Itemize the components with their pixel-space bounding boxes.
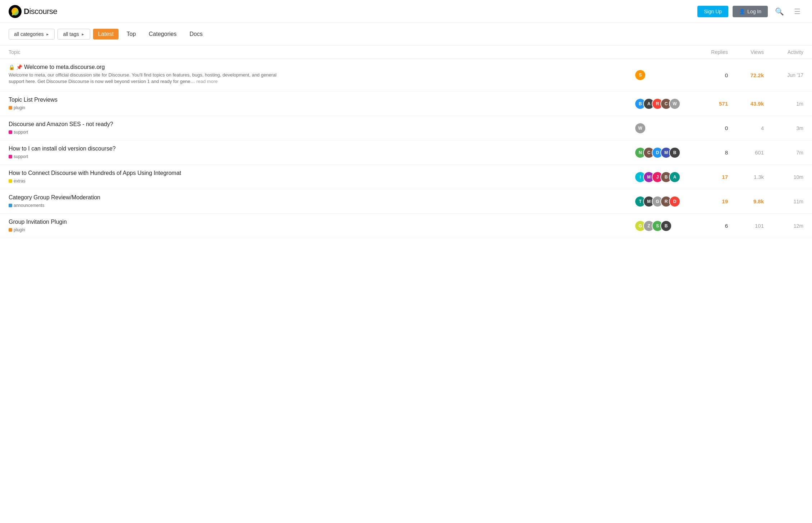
- avatar-stack: W: [635, 122, 643, 134]
- topic-title-link[interactable]: How to Connect Discourse with Hundreds o…: [9, 170, 635, 176]
- login-button[interactable]: 👤 Log In: [733, 6, 768, 17]
- topic-row: Discourse and Amazon SES - not ready? su…: [0, 116, 812, 140]
- avatar-stack: GZSB: [635, 220, 669, 232]
- views-count: 43.9k: [728, 101, 764, 107]
- replies-count: 6: [692, 223, 728, 229]
- tag-label: plugin: [14, 105, 25, 110]
- topic-info: Discourse and Amazon SES - not ready? su…: [9, 121, 635, 135]
- table-header: Topic Replies Views Activity: [0, 46, 812, 59]
- topic-info: Group Invitation Plugin plugin: [9, 219, 635, 233]
- search-icon: 🔍: [775, 8, 784, 15]
- topic-row: 🔒 📌 Welcome to meta.discourse.org Welcom…: [0, 59, 812, 92]
- replies-count: 17: [692, 174, 728, 180]
- avatar: A: [669, 171, 680, 183]
- activity-time: 10m: [764, 174, 803, 180]
- tag-dot: [9, 106, 12, 110]
- replies-count: 8: [692, 149, 728, 156]
- activity-time: 12m: [764, 223, 803, 229]
- topic-row: Group Invitation Plugin plugin GZSB 6 10…: [0, 214, 812, 238]
- topic-info: How to Connect Discourse with Hundreds o…: [9, 170, 635, 184]
- users-col: iMJBA: [635, 171, 692, 183]
- topic-info: Topic List Previews plugin: [9, 97, 635, 111]
- topic-info: How to I can install old version discour…: [9, 145, 635, 159]
- topic-tag: support: [9, 154, 28, 159]
- tag-dot: [9, 130, 12, 134]
- avatar: W: [635, 122, 646, 134]
- activity-time: Jun '17: [764, 72, 803, 78]
- avatar: W: [669, 98, 680, 110]
- views-count: 72.2k: [728, 72, 764, 78]
- tags-dropdown[interactable]: all tags ►: [57, 29, 90, 40]
- topic-info: Category Group Review/Moderation announc…: [9, 194, 635, 208]
- topics-list: 🔒 📌 Welcome to meta.discourse.org Welcom…: [0, 59, 812, 238]
- header-right: Sign Up 👤 Log In 🔍 ☰: [697, 6, 803, 17]
- topic-info: 🔒 📌 Welcome to meta.discourse.org Welcom…: [9, 64, 635, 86]
- search-button[interactable]: 🔍: [772, 6, 787, 17]
- views-count: 101: [728, 223, 764, 229]
- categories-label: all categories: [14, 31, 44, 37]
- topic-row: Category Group Review/Moderation announc…: [0, 189, 812, 214]
- topic-row: How to Connect Discourse with Hundreds o…: [0, 165, 812, 189]
- tag-label: support: [14, 154, 28, 159]
- read-more-link[interactable]: read more: [196, 79, 217, 84]
- users-col: NCDMB: [635, 147, 692, 158]
- tab-docs[interactable]: Docs: [184, 29, 207, 40]
- topic-title-link[interactable]: Category Group Review/Moderation: [9, 194, 635, 201]
- user-icon: 👤: [739, 9, 745, 14]
- activity-time: 3m: [764, 125, 803, 131]
- avatar: B: [669, 147, 680, 158]
- tab-top[interactable]: Top: [121, 29, 141, 40]
- users-col: TMGRD: [635, 196, 692, 207]
- topic-title-link[interactable]: Discourse and Amazon SES - not ready?: [9, 121, 635, 128]
- topic-title-link[interactable]: Topic List Previews: [9, 97, 635, 103]
- topic-tag: plugin: [9, 227, 25, 232]
- activity-time: 11m: [764, 199, 803, 204]
- hamburger-icon: ☰: [794, 8, 801, 15]
- activity-time: 7m: [764, 150, 803, 156]
- topic-title-link[interactable]: How to I can install old version discour…: [9, 145, 635, 152]
- tab-categories[interactable]: Categories: [144, 29, 181, 40]
- topic-tag: announcements: [9, 203, 44, 208]
- logo-text: Discourse: [24, 7, 57, 16]
- users-col: W: [635, 122, 692, 134]
- avatar-stack: iMJBA: [635, 171, 678, 183]
- discourse-logo-icon: [9, 5, 22, 18]
- avatar: S: [635, 69, 646, 81]
- tags-label: all tags: [63, 31, 79, 37]
- views-count: 1.3k: [728, 174, 764, 180]
- tag-label: plugin: [14, 227, 25, 232]
- users-col: S: [635, 69, 692, 81]
- topic-row: Topic List Previews plugin BARCW 571 43.…: [0, 92, 812, 116]
- col-header-topic: Topic: [9, 49, 635, 55]
- users-col: BARCW: [635, 98, 692, 110]
- avatar: D: [669, 196, 680, 207]
- categories-dropdown[interactable]: all categories ►: [9, 29, 55, 40]
- topic-title-link[interactable]: Group Invitation Plugin: [9, 219, 635, 225]
- topic-row: How to I can install old version discour…: [0, 140, 812, 165]
- tag-dot: [9, 228, 12, 232]
- topic-tag: extras: [9, 179, 26, 184]
- col-header-replies: Replies: [692, 49, 728, 55]
- avatar-stack: BARCW: [635, 98, 678, 110]
- views-count: 4: [728, 125, 764, 131]
- col-header-activity: Activity: [764, 49, 803, 55]
- topic-excerpt: Welcome to meta, our official discussion…: [9, 72, 278, 85]
- topic-tag: support: [9, 130, 28, 135]
- nav-bar: all categories ► all tags ► Latest Top C…: [0, 23, 812, 46]
- logo-area: Discourse: [9, 5, 57, 18]
- replies-count: 19: [692, 198, 728, 204]
- lock-icon: 🔒: [9, 64, 15, 70]
- col-header-views: Views: [728, 49, 764, 55]
- tag-label: announcements: [14, 203, 44, 208]
- avatar-stack: S: [635, 69, 643, 81]
- tag-dot: [9, 155, 12, 158]
- signup-button[interactable]: Sign Up: [697, 6, 728, 17]
- tag-dot: [9, 204, 12, 207]
- replies-count: 571: [692, 101, 728, 107]
- topic-title-link[interactable]: 🔒 📌 Welcome to meta.discourse.org: [9, 64, 635, 70]
- tab-latest[interactable]: Latest: [93, 29, 119, 40]
- replies-count: 0: [692, 125, 728, 131]
- hamburger-menu-button[interactable]: ☰: [791, 6, 803, 17]
- avatar-stack: NCDMB: [635, 147, 678, 158]
- header: Discourse Sign Up 👤 Log In 🔍 ☰: [0, 0, 812, 23]
